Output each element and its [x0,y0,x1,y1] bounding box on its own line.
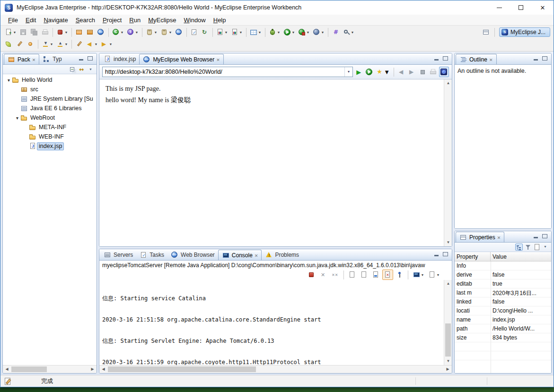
tab-servers[interactable]: Servers [100,250,136,260]
vertical-scrollbar[interactable]: ▲ ▼ [444,280,452,365]
column-value[interactable]: Value [491,252,551,261]
tab-package-explorer[interactable]: Pack [4,54,39,64]
property-row[interactable]: locati D:\cong\Hello ... [455,306,551,315]
scroll-left-icon[interactable]: ◀ [99,366,107,373]
maximize-view-button[interactable] [442,251,449,257]
scroll-left-icon[interactable]: ◀ [3,366,11,373]
add-favorite-button[interactable]: ▼ [375,67,390,77]
tree-item-hello-world[interactable]: Hello World [3,75,97,85]
browser-forward-button[interactable] [408,67,417,77]
new-interface-button[interactable]: ▼ [125,27,140,38]
maximize-view-button[interactable] [87,55,94,61]
maximize-view-button[interactable] [541,233,548,239]
back-button[interactable]: ▼ [85,39,99,50]
property-row[interactable]: last m 2020年3月16日... [455,288,551,297]
horizontal-scrollbar[interactable]: ◀ ▶ [99,365,452,373]
browser-back-button[interactable] [397,67,406,77]
report-design-button[interactable]: ▼ [229,27,244,38]
breakpoint-button[interactable] [25,39,36,50]
go-button[interactable] [354,67,363,77]
run-jsp-button[interactable] [365,67,374,77]
save-all-button[interactable] [29,27,40,38]
export-jar-button[interactable]: ▼ [144,27,159,38]
data-table-button[interactable]: ▼ [248,27,263,38]
remove-launch-button[interactable] [318,270,329,280]
close-tab-icon[interactable] [497,234,501,241]
menu-navigate[interactable]: Navigate [40,15,71,25]
deploy-project-button[interactable] [74,27,85,38]
column-property[interactable]: Property [455,252,491,261]
scroll-lock-button[interactable] [359,270,369,280]
profile-button[interactable]: ▼ [311,27,326,38]
scrollbar-thumb[interactable] [11,366,47,372]
print-page-button[interactable] [429,67,438,77]
scroll-up-icon[interactable]: ▲ [444,280,452,287]
toggle-occurrences-button[interactable] [3,39,14,50]
tab-type-hierarchy[interactable]: Typ [39,54,65,64]
menu-window[interactable]: Window [180,15,209,25]
open-perspective-icon[interactable] [482,28,490,36]
menu-file[interactable]: File [4,15,22,25]
expander-icon[interactable] [14,114,20,121]
forward-button[interactable]: ▼ [99,39,114,50]
tree-item-index-jsp[interactable]: index.jsp [3,141,97,151]
url-dropdown-icon[interactable]: ▾ [344,67,352,77]
open-type-button[interactable] [330,27,341,38]
scrollbar-thumb[interactable] [445,323,451,357]
close-button[interactable]: ✕ [532,0,554,15]
debug-button[interactable]: ▼ [267,27,282,38]
property-row[interactable]: Info [455,261,551,270]
tab-console[interactable]: Console [218,250,262,260]
restore-defaults-icon[interactable] [533,244,541,251]
terminate-button[interactable] [306,270,317,280]
clear-console-button[interactable] [347,270,358,280]
minimize-view-button[interactable] [433,251,440,257]
previous-annotation-button[interactable]: ▼ [55,39,70,50]
view-menu-icon[interactable] [88,66,95,73]
myeclipse-perspective-button[interactable]: S MyEclipse J... [499,27,550,37]
menu-search[interactable]: Search [72,15,99,25]
menu-edit[interactable]: Edit [22,15,40,25]
property-row[interactable]: name index.jsp [455,315,551,324]
scroll-right-icon[interactable]: ▶ [88,366,97,373]
minimize-button[interactable] [488,0,510,15]
tree-item-src[interactable]: src [3,85,97,94]
close-tab-icon[interactable] [216,56,220,63]
view-menu-icon[interactable] [542,244,550,251]
open-console-button[interactable]: ▼ [427,270,441,280]
tree-item-webroot[interactable]: WebRoot [3,113,97,122]
new-report-button[interactable]: ▼ [215,27,229,38]
minimize-view-button[interactable] [532,233,539,239]
new-class-button[interactable]: ▼ [111,27,125,38]
last-edit-location-button[interactable] [74,39,85,50]
menu-run[interactable]: Run [125,15,144,25]
min2imize-view-button[interactable] [532,55,539,61]
tab-problems[interactable]: Problems [262,250,302,260]
edit-annotation-button[interactable] [14,39,25,50]
collapse-all-icon[interactable] [70,66,77,73]
menu-help[interactable]: Help [210,15,230,25]
close-tab-icon[interactable] [489,56,493,63]
vertical-scrollbar[interactable]: ▲ ▼ [444,79,452,246]
maximize-button[interactable] [510,0,532,15]
scroll-down-icon[interactable]: ▼ [444,357,452,365]
minimize-view-button[interactable] [78,55,85,61]
show-stdout-button[interactable] [370,270,381,280]
refresh-button[interactable] [200,27,211,38]
new-java-ee-button[interactable]: ▼ [55,27,70,38]
tree-item-jre-library[interactable]: JRE System Library [Su [3,94,97,104]
tab-web-browser[interactable]: MyEclipse Web Browser [139,54,223,64]
save-button[interactable] [18,27,29,38]
scroll-up-icon[interactable]: ▲ [444,79,452,87]
tab-tasks[interactable]: Tasks [136,250,167,260]
display-console-button[interactable]: ▼ [411,270,426,280]
tree-item-javaee-libraries[interactable]: Java EE 6 Libraries [3,104,97,113]
search-button[interactable]: ▼ [341,27,356,38]
tree-item-meta-inf[interactable]: META-INF [3,122,97,132]
maximize-view-button[interactable] [442,55,449,61]
run-button[interactable]: ▼ [282,27,297,38]
open-web-browser-button[interactable] [174,27,185,38]
property-row[interactable]: size 834 bytes [455,333,551,342]
url-input[interactable] [103,68,344,76]
expander-icon[interactable] [6,77,12,83]
